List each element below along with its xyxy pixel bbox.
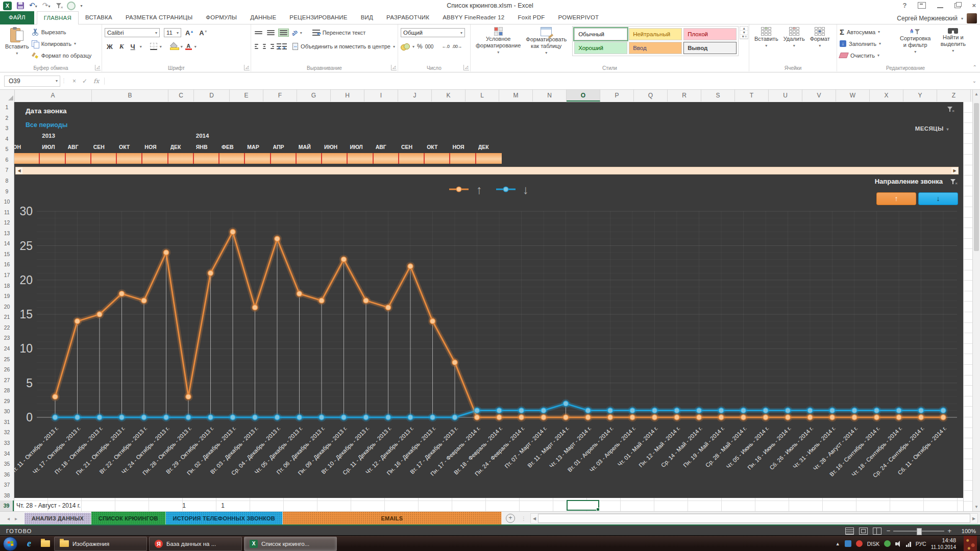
marker-down-10[interactable] [275, 415, 280, 420]
ribbon-tab-8[interactable]: РАЗРАБОТЧИК [380, 11, 436, 24]
marker-down-13[interactable] [341, 415, 346, 420]
gallery-up-icon[interactable]: ▲ [740, 27, 748, 31]
cut-button[interactable]: Вырезать [32, 26, 92, 38]
marker-up-25[interactable] [607, 415, 612, 420]
row-header-17[interactable]: 17 [0, 270, 14, 281]
marker-down-3[interactable] [119, 415, 124, 420]
row-header-23[interactable]: 23 [0, 333, 14, 343]
marker-up-14[interactable] [363, 298, 369, 303]
row-header-13[interactable]: 13 [0, 228, 14, 239]
ribbon-tab-6[interactable]: РЕЦЕНЗИРОВАНИЕ [283, 11, 354, 24]
row-header-38[interactable]: 38 [0, 490, 14, 501]
marker-down-35[interactable] [829, 408, 835, 413]
marker-up-22[interactable] [541, 415, 546, 420]
show-desktop-button[interactable] [964, 536, 977, 551]
font-color-icon[interactable]: А [185, 43, 192, 50]
undo-icon[interactable]: ↶▾ [29, 1, 37, 11]
page-break-view-icon[interactable] [873, 528, 881, 535]
row-header-22[interactable]: 22 [0, 322, 14, 333]
scroll-down-icon[interactable]: ▼ [973, 505, 980, 509]
column-header-S[interactable]: S [701, 90, 735, 102]
marker-up-5[interactable] [163, 250, 168, 255]
cell-style-1[interactable]: Нейтральный [629, 28, 682, 40]
row-header-28[interactable]: 28 [0, 385, 14, 396]
language-indicator[interactable]: РУС [916, 541, 926, 547]
column-header-C[interactable]: C [168, 90, 194, 102]
column-header-O[interactable]: O [567, 90, 600, 102]
sheet-nav-right-icon[interactable]: ▸ [15, 516, 17, 521]
marker-up-18[interactable] [452, 360, 457, 365]
gallery-down-icon[interactable]: ▼ [740, 31, 748, 35]
align-center-icon[interactable] [262, 43, 267, 50]
column-header-W[interactable]: W [836, 90, 870, 102]
marker-down-29[interactable] [696, 408, 701, 413]
sheet-nav-left-icon[interactable]: ◂ [7, 516, 10, 521]
qat-customize-icon[interactable]: ▾ [81, 4, 83, 8]
marker-up-3[interactable] [119, 291, 124, 296]
taskbar-app-2[interactable]: XСписок крюинго... [244, 537, 337, 551]
start-button[interactable] [3, 537, 17, 551]
decrease-indent-icon[interactable]: ◂ [278, 43, 281, 49]
marker-down-8[interactable] [230, 415, 235, 420]
cancel-icon[interactable]: × [72, 78, 76, 85]
ribbon-tab-2[interactable]: ВСТАВКА [79, 11, 119, 24]
hscroll-thumb[interactable] [538, 514, 970, 523]
row-header-16[interactable]: 16 [0, 259, 14, 270]
vscroll-thumb[interactable] [974, 103, 979, 251]
fill-button[interactable]: ↓Заполнить▾ [840, 38, 896, 49]
marker-down-26[interactable] [630, 408, 635, 413]
marker-up-21[interactable] [519, 415, 524, 420]
clock[interactable]: 14:48 11.10.2014 [931, 537, 956, 550]
row-header-26[interactable]: 26 [0, 364, 14, 375]
cell-style-4[interactable]: Ввод [629, 42, 682, 54]
column-header-H[interactable]: H [331, 90, 364, 102]
row-header-31[interactable]: 31 [0, 417, 14, 428]
row-header-8[interactable]: 8 [0, 176, 14, 186]
marker-up-30[interactable] [719, 415, 724, 420]
number-format-select[interactable]: Общий▾ [401, 28, 465, 37]
row-header-1[interactable]: 1 [0, 102, 14, 113]
marker-up-19[interactable] [474, 415, 479, 420]
align-left-icon[interactable] [254, 43, 259, 50]
ribbon-tab-9[interactable]: ABBYY FineReader 12 [436, 11, 511, 24]
taskbar-app-1[interactable]: ЯБаза данных на ... [149, 537, 242, 551]
page-layout-view-icon[interactable] [859, 528, 868, 535]
sheet-tab-1[interactable]: СПИСОК КРЮИНГОВ [91, 512, 166, 525]
marker-down-33[interactable] [785, 408, 790, 413]
marker-down-34[interactable] [807, 408, 813, 413]
gallery-expand-icon[interactable]: ▼≡ [740, 35, 748, 39]
marker-up-36[interactable] [852, 415, 857, 420]
zoom-level[interactable]: 100% [957, 528, 976, 534]
copy-button[interactable]: Копировать▾ [32, 38, 92, 49]
hscroll-right-icon[interactable]: ▶ [970, 516, 977, 521]
scroll-up-icon[interactable]: ▲ [973, 92, 980, 96]
row-header-37[interactable]: 37 [0, 480, 14, 490]
marker-down-22[interactable] [541, 408, 546, 413]
marker-down-6[interactable] [186, 415, 191, 420]
dialog-launcher-icon[interactable]: ◿ [391, 65, 397, 70]
marker-down-5[interactable] [163, 415, 168, 420]
column-header-V[interactable]: V [802, 90, 836, 102]
conditional-formatting-button[interactable]: Условное форматирование▾ [473, 26, 523, 57]
sheet-tab-0[interactable]: АНАЛИЗ ДАННЫХ [24, 512, 91, 525]
row-header-39[interactable]: 39 [0, 500, 14, 511]
help-icon[interactable]: ? [902, 2, 906, 9]
tray-sync-icon[interactable] [884, 540, 891, 547]
bold-button[interactable]: Ж [105, 43, 115, 51]
wrap-text-button[interactable]: Перенести текст [323, 30, 366, 36]
marker-up-38[interactable] [896, 415, 901, 420]
zoom-in-icon[interactable]: + [947, 527, 951, 535]
marker-up-0[interactable] [53, 394, 58, 399]
marker-down-31[interactable] [741, 408, 746, 413]
format-cells-button[interactable]: Формат▾ [807, 26, 832, 50]
borders-icon[interactable] [150, 43, 157, 50]
marker-up-33[interactable] [785, 415, 790, 420]
marker-down-11[interactable] [297, 415, 302, 420]
sheet-tab-3[interactable]: EMAILS [283, 512, 502, 525]
row-header-33[interactable]: 33 [0, 438, 14, 448]
shrink-font-button[interactable]: А▼ [198, 29, 209, 37]
column-header-A[interactable]: A [14, 90, 92, 102]
marker-up-1[interactable] [75, 318, 80, 323]
cell-a39[interactable]: Чт. 28 - Август - 2014 г. [16, 502, 81, 509]
row-header-5[interactable]: 5 [0, 144, 14, 155]
